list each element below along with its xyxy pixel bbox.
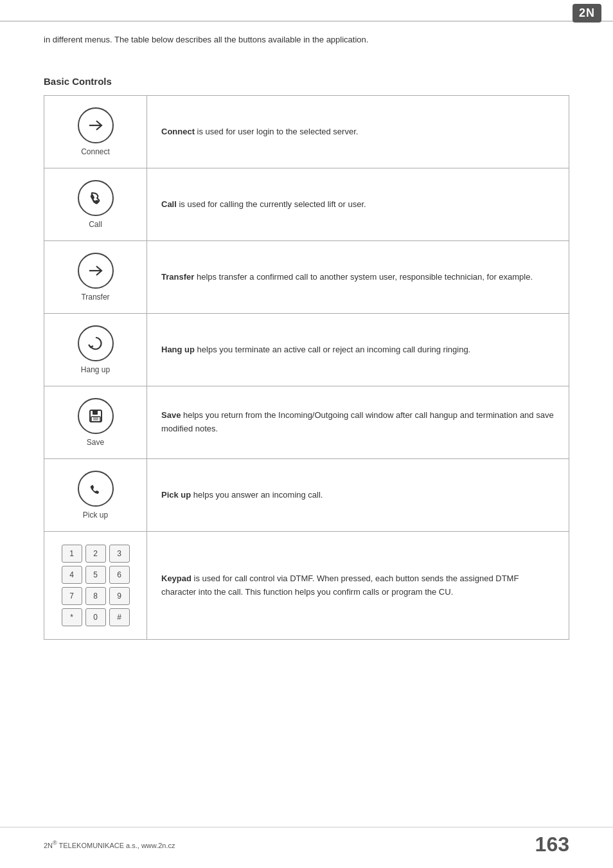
key-2: 2: [85, 545, 106, 563]
keypad-grid: 1 2 3 4 5 6 7 8 9 * 0 #: [62, 545, 130, 626]
pickup-bold: Pick up: [161, 490, 191, 500]
transfer-bold: Transfer: [161, 272, 194, 282]
call-bold: Call: [161, 199, 177, 209]
pickup-desc: helps you answer an incoming call.: [191, 490, 323, 500]
connect-label: Connect: [51, 147, 140, 156]
save-bold: Save: [161, 410, 181, 420]
controls-table: Connect Connect is used for user login t…: [44, 95, 569, 640]
table-row: Call Call is used for calling the curren…: [44, 168, 569, 241]
key-1: 1: [62, 545, 82, 563]
hangup-icon-circle: [78, 325, 114, 361]
key-4: 4: [62, 566, 82, 584]
key-3: 3: [109, 545, 130, 563]
svg-rect-5: [93, 417, 98, 420]
desc-cell-connect: Connect is used for user login to the se…: [147, 96, 569, 168]
key-9: 9: [109, 587, 130, 605]
key-8: 8: [85, 587, 106, 605]
connect-icon-circle: [78, 107, 114, 143]
hangup-label: Hang up: [51, 365, 140, 374]
connect-desc: is used for user login to the selected s…: [195, 127, 358, 136]
save-icon: [87, 408, 104, 424]
table-row: Hang up Hang up helps you terminate an a…: [44, 314, 569, 386]
desc-cell-call: Call is used for calling the currently s…: [147, 168, 569, 241]
desc-cell-save: Save helps you return from the Incoming/…: [147, 386, 569, 459]
call-label: Call: [51, 220, 140, 229]
pickup-label: Pick up: [51, 511, 140, 520]
icon-cell-connect: Connect: [44, 96, 147, 168]
keypad-desc: is used for call control via DTMF. When …: [161, 574, 519, 597]
table-row: Connect Connect is used for user login t…: [44, 96, 569, 168]
transfer-desc: helps transfer a confirmed call to anoth…: [194, 272, 533, 282]
icon-cell-keypad: 1 2 3 4 5 6 7 8 9 * 0 #: [44, 532, 147, 640]
svg-rect-3: [93, 410, 98, 415]
call-icon-circle: [78, 180, 114, 216]
table-row: Save Save helps you return from the Inco…: [44, 386, 569, 459]
logo-area: 2N: [573, 4, 601, 23]
hangup-desc: helps you terminate an active call or re…: [195, 345, 470, 354]
icon-cell-save: Save: [44, 386, 147, 459]
icon-cell-transfer: Transfer: [44, 241, 147, 314]
desc-cell-pickup: Pick up helps you answer an incoming cal…: [147, 459, 569, 532]
table-row: Pick up Pick up helps you answer an inco…: [44, 459, 569, 532]
icon-cell-pickup: Pick up: [44, 459, 147, 532]
icon-cell-call: Call: [44, 168, 147, 241]
hangup-icon: [87, 334, 105, 352]
desc-cell-transfer: Transfer helps transfer a confirmed call…: [147, 241, 569, 314]
call-desc: is used for calling the currently select…: [177, 199, 366, 209]
table-row: 1 2 3 4 5 6 7 8 9 * 0 # Keypa: [44, 532, 569, 640]
save-label: Save: [51, 438, 140, 447]
key-6: 6: [109, 566, 130, 584]
key-7: 7: [62, 587, 82, 605]
key-5: 5: [85, 566, 106, 584]
page-number: 163: [535, 833, 569, 856]
top-border: [0, 21, 613, 22]
transfer-icon-circle: [78, 253, 114, 289]
save-icon-circle: [78, 398, 114, 434]
transfer-label: Transfer: [51, 293, 140, 302]
icon-cell-hangup: Hang up: [44, 314, 147, 386]
pickup-icon: [87, 480, 104, 497]
key-hash: #: [109, 608, 130, 626]
connect-bold: Connect: [161, 127, 195, 136]
logo: 2N: [573, 4, 601, 23]
call-icon: [87, 190, 104, 206]
page-container: 2N in different menus. The table below d…: [0, 0, 613, 868]
table-row: Transfer Transfer helps transfer a confi…: [44, 241, 569, 314]
pickup-icon-circle: [78, 471, 114, 507]
key-0: 0: [85, 608, 106, 626]
section-title: Basic Controls: [44, 76, 112, 87]
connect-icon: [87, 116, 105, 134]
footer: 2N® TELEKOMUNIKACE a.s., www.2n.cz 163: [0, 827, 613, 856]
intro-text: in different menus. The table below desc…: [44, 33, 569, 47]
desc-cell-hangup: Hang up helps you terminate an active ca…: [147, 314, 569, 386]
hangup-bold: Hang up: [161, 345, 195, 354]
transfer-icon: [87, 262, 105, 280]
save-desc: helps you return from the Incoming/Outgo…: [161, 410, 554, 433]
desc-cell-keypad: Keypad is used for call control via DTMF…: [147, 532, 569, 640]
keypad-bold: Keypad: [161, 574, 191, 583]
key-star: *: [62, 608, 82, 626]
footer-left: 2N® TELEKOMUNIKACE a.s., www.2n.cz: [44, 840, 175, 849]
